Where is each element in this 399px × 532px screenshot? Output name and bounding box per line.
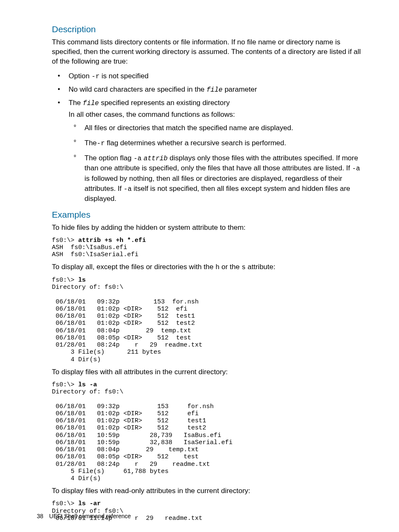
code-block-1: fs0:\> attrib +s +h *.efi ASH fs0:\IsaBu… (52, 237, 362, 259)
text: The (69, 99, 83, 107)
code-block-3: fs0:\> ls -a Directory of: fs0:\ 06/18/0… (52, 381, 362, 483)
command: ls (78, 277, 86, 284)
bullet-file-dir: The file specified represents an existin… (52, 98, 362, 204)
text: No wild card characters are specified in… (69, 85, 207, 93)
code: h (215, 264, 220, 271)
command: ls -ar (78, 500, 101, 507)
code: file (83, 100, 99, 107)
code: file (207, 86, 223, 94)
prompt: fs0:\> (52, 381, 78, 388)
code: -a (133, 155, 141, 162)
bullet-option-r: Option -r is not specified (52, 71, 362, 82)
text: parameter (223, 85, 257, 93)
page-number: 38 (37, 513, 43, 519)
text: attribute: (246, 263, 275, 271)
code: -a (352, 165, 360, 172)
description-bullets: Option -r is not specified No wild card … (52, 71, 362, 204)
text: The option flag (84, 154, 133, 162)
description-sub-bullets: All files or directories that match the … (69, 123, 362, 204)
code: -r (92, 73, 100, 80)
code-block-2: fs0:\> ls Directory of: fs0:\ 06/18/01 0… (52, 277, 362, 363)
sub-bullet-recursive: The-r flag determines whether a recursiv… (69, 138, 362, 148)
sub-bullet-attrib: The option flag -a attrib displays only … (69, 153, 362, 204)
sub-intro: In all other cases, the command function… (69, 110, 362, 120)
output: ASH fs0:\IsaBus.efi ASH fs0:\IsaSerial.e… (52, 244, 138, 258)
examples-p3: To display files with all attributes in … (52, 368, 362, 377)
description-intro: This command lists directory contents or… (52, 38, 362, 67)
code: attrib (143, 155, 168, 162)
command: ls -a (78, 381, 97, 388)
heading-examples: Examples (52, 210, 362, 220)
output: Directory of: fs0:\ 06/18/01 09:32p 153 … (52, 388, 236, 482)
text: or the (220, 263, 242, 271)
bullet-wildcard: No wild card characters are specified in… (52, 84, 362, 95)
text: Option (69, 72, 92, 80)
examples-p2: To display all, except the files or dire… (52, 262, 362, 272)
prompt: fs0:\> (52, 500, 78, 507)
text: To display all, except the files or dire… (52, 263, 215, 271)
text: is not specified (100, 72, 148, 80)
output: Directory of: fs0:\ 06/18/01 09:32p 153 … (52, 284, 206, 363)
examples-p4: To display files with read-only attribut… (52, 486, 362, 496)
text: specified represents an existing directo… (99, 99, 230, 107)
code: s (242, 264, 246, 271)
prompt: fs0:\> (52, 237, 78, 244)
text: The (84, 139, 97, 147)
page-footer: 38UEFI Shell command reference (37, 513, 131, 519)
footer-title: UEFI Shell command reference (49, 513, 131, 519)
prompt: fs0:\> (52, 277, 78, 284)
examples-p1: To hide files by adding the hidden or sy… (52, 223, 362, 233)
text: flag determines whether a recursive sear… (105, 139, 286, 147)
sub-bullet-match: All files or directories that match the … (69, 123, 362, 133)
code: -a (124, 185, 132, 193)
code: -r (97, 140, 105, 147)
page: Description This command lists directory… (0, 0, 399, 532)
command: attrib +s +h *.efi (78, 237, 146, 244)
heading-description: Description (52, 24, 362, 34)
